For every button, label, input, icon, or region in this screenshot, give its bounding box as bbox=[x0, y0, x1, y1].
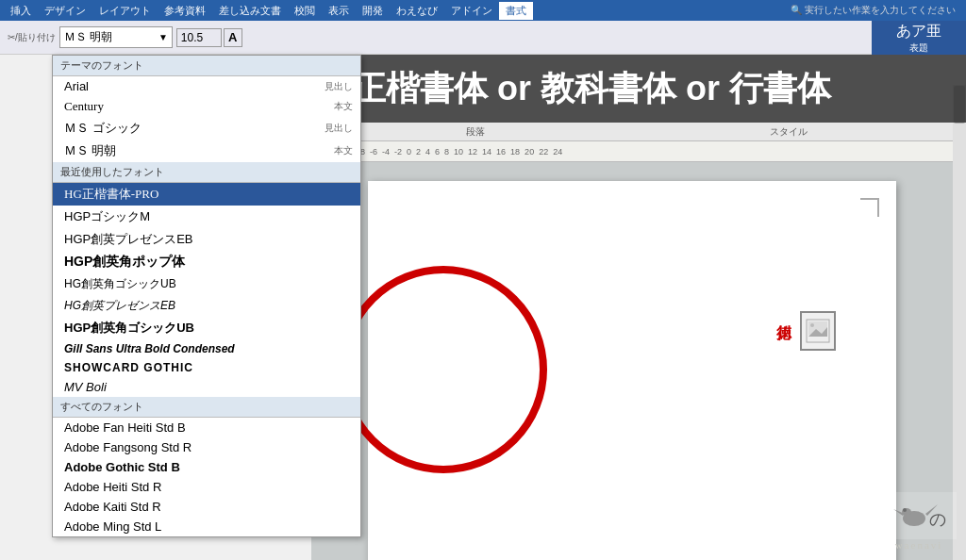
recent-section-header: 最近使用したフォント bbox=[53, 162, 360, 183]
font-item-gillsans[interactable]: Gill Sans Ultra Bold Condensed bbox=[53, 339, 360, 358]
header-banner-text: 正楷書体 or 教科書体 or 行書体 bbox=[352, 66, 831, 112]
paste-label: ✂/貼り付け bbox=[8, 31, 56, 44]
menu-mailings[interactable]: 差し込み文書 bbox=[212, 2, 288, 20]
font-tag-arial: 見出し bbox=[325, 80, 353, 93]
styles-panel[interactable]: あア亜 表題 bbox=[872, 21, 966, 55]
font-item-adobe-kaiti[interactable]: Adobe Kaiti Std R bbox=[53, 497, 360, 517]
ruler: -12 -10 -8 -6 -4 -2 0 2 4 6 8 10 12 14 1… bbox=[311, 141, 953, 162]
style-label: あア亜 bbox=[896, 22, 941, 41]
font-tag-msgothic: 見出し bbox=[325, 122, 353, 135]
font-item-hgpsoueipres[interactable]: HGP創英プレゼンスEB bbox=[53, 228, 360, 251]
menu-addin[interactable]: アドイン bbox=[444, 2, 499, 20]
font-item-adobe-fangsong[interactable]: Adobe Fangsong Std R bbox=[53, 437, 360, 457]
font-item-century[interactable]: Century 本文 bbox=[53, 96, 360, 117]
waenavi-text: waenavi bbox=[895, 539, 943, 551]
style-sublabel: 表題 bbox=[909, 41, 928, 55]
font-item-adobe-ming[interactable]: Adobe Ming Std L bbox=[53, 517, 360, 536]
paragraph-label: 段落 bbox=[319, 125, 632, 139]
dropdown-arrow-icon: ▼ bbox=[158, 32, 168, 42]
font-name-msgothic: ＭＳ ゴシック bbox=[64, 120, 142, 137]
menu-insert[interactable]: 挿入 bbox=[4, 2, 38, 20]
waenavi-logo: の waenavi bbox=[881, 492, 957, 551]
svg-point-2 bbox=[810, 323, 814, 327]
stamp-icon bbox=[800, 311, 836, 351]
menu-view[interactable]: 表示 bbox=[322, 2, 356, 20]
font-name-adobe-fan-heiti: Adobe Fan Heiti Std B bbox=[64, 420, 186, 435]
theme-section-header: テーマのフォント bbox=[53, 56, 360, 76]
page: 徳川 bbox=[368, 181, 896, 560]
menu-bar: 挿入 デザイン レイアウト 参考資料 差し込み文書 校閲 表示 開発 わえなび … bbox=[0, 0, 966, 21]
menu-search[interactable]: 🔍 実行したい作業を入力してください bbox=[784, 2, 962, 19]
font-name-adobe-heiti: Adobe Heiti Std R bbox=[64, 480, 161, 494]
vertical-scrollbar[interactable] bbox=[953, 85, 966, 560]
font-tag-century: 本文 bbox=[334, 100, 353, 113]
font-name-hgpcreate-kaku: HGP創英角ゴシックUB bbox=[64, 320, 194, 337]
font-name-adobe-gothic: Adobe Gothic Std B bbox=[64, 460, 180, 474]
style-section-label: スタイル bbox=[632, 125, 945, 139]
font-name-adobe-ming: Adobe Ming Std L bbox=[64, 519, 161, 534]
font-item-msmincho[interactable]: ＭＳ 明朝 本文 bbox=[53, 140, 360, 162]
font-name-adobe-kaiti: Adobe Kaiti Std R bbox=[64, 500, 161, 514]
font-item-hgpgothicm[interactable]: HGPゴシックM bbox=[53, 206, 360, 228]
font-name-century: Century bbox=[64, 99, 104, 114]
font-item-hgpcreatepop[interactable]: HGP創英角ポップ体 bbox=[53, 251, 360, 273]
page-wrapper: 徳川 bbox=[311, 162, 953, 560]
font-grow-button[interactable]: A bbox=[224, 28, 242, 47]
font-tag-msmincho: 本文 bbox=[334, 144, 353, 157]
menu-design[interactable]: デザイン bbox=[38, 2, 92, 20]
menu-waenabi[interactable]: わえなび bbox=[390, 2, 444, 20]
menu-references[interactable]: 参考資料 bbox=[158, 2, 212, 20]
svg-text:の: の bbox=[929, 510, 946, 529]
font-item-adobe-fan-heiti[interactable]: Adobe Fan Heiti Std B bbox=[53, 418, 360, 437]
font-name-hgpsoueipres: HGP創英プレゼンスEB bbox=[64, 231, 193, 248]
font-item-showcard[interactable]: SHOWCARD GOTHIC bbox=[53, 358, 360, 377]
all-section-header: すべてのフォント bbox=[53, 397, 360, 418]
font-name-hgcreatekaku: HG創英角ゴシックUB bbox=[64, 276, 176, 292]
font-name-adobe-fangsong: Adobe Fangsong Std R bbox=[64, 440, 192, 454]
waenavi-logo-image: の bbox=[881, 492, 957, 539]
font-item-mvboli[interactable]: MV Boli bbox=[53, 377, 360, 397]
menu-review[interactable]: 校閲 bbox=[288, 2, 322, 20]
menu-dev[interactable]: 開発 bbox=[356, 2, 390, 20]
menu-layout[interactable]: レイアウト bbox=[92, 2, 158, 20]
font-name-msmincho: ＭＳ 明朝 bbox=[64, 142, 116, 159]
font-name-hgseikaisho: HG正楷書体-PRO bbox=[64, 186, 158, 203]
waenavi-bird-icon: の bbox=[886, 495, 952, 537]
font-name-arial: Arial bbox=[64, 79, 89, 93]
menu-format[interactable]: 書式 bbox=[499, 2, 533, 20]
red-circle bbox=[340, 266, 547, 473]
font-item-hgcreatepres[interactable]: HG創英プレゼンスEB bbox=[53, 295, 360, 317]
font-name-hgpgothicm: HGPゴシックM bbox=[64, 208, 150, 225]
font-item-hgseikaisho[interactable]: HG正楷書体-PRO bbox=[53, 183, 360, 206]
font-item-hgpcreate-kaku[interactable]: HGP創英角ゴシックUB bbox=[53, 317, 360, 339]
doc-area: 段落 スタイル -12 -10 -8 -6 -4 -2 0 2 4 6 8 10… bbox=[311, 123, 953, 560]
font-item-adobe-heiti[interactable]: Adobe Heiti Std R bbox=[53, 477, 360, 497]
font-name-input[interactable]: ＭＳ 明朝 ▼ bbox=[59, 26, 173, 48]
font-name-showcard: SHOWCARD GOTHIC bbox=[64, 361, 193, 374]
font-name-gillsans: Gill Sans Ultra Bold Condensed bbox=[64, 342, 235, 355]
section-header: 段落 スタイル bbox=[311, 123, 953, 141]
font-name-mvboli: MV Boli bbox=[64, 380, 107, 394]
font-item-adobe-gothic[interactable]: Adobe Gothic Std B bbox=[53, 457, 360, 477]
font-item-arial[interactable]: Arial 見出し bbox=[53, 76, 360, 96]
font-item-msgothic[interactable]: ＭＳ ゴシック 見出し bbox=[53, 117, 360, 140]
font-dropdown: テーマのフォント Arial 見出し Century 本文 ＭＳ ゴシック 見出… bbox=[52, 55, 361, 537]
svg-point-8 bbox=[903, 508, 907, 512]
font-name-hgcreatepres: HG創英プレゼンスEB bbox=[64, 298, 175, 314]
corner-mark bbox=[860, 198, 879, 217]
font-size-input[interactable]: 10.5 bbox=[176, 28, 222, 47]
font-name-hgpcreatepop: HGP創英角ポップ体 bbox=[64, 254, 185, 271]
font-item-hgcreatekaku[interactable]: HG創英角ゴシックUB bbox=[53, 273, 360, 295]
stamp-image-icon bbox=[805, 318, 831, 344]
